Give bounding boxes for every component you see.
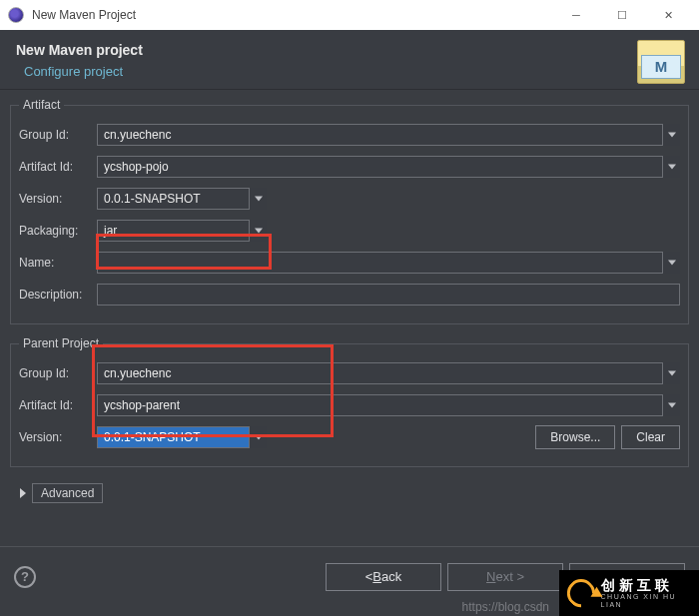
group-id-value: cn.yuechenc [104, 128, 171, 142]
parent-group-id-field[interactable]: cn.yuechenc [97, 362, 680, 384]
packaging-label: Packaging: [19, 224, 97, 238]
minimize-button[interactable]: ─ [553, 0, 599, 30]
parent-group-id-value: cn.yuechenc [104, 366, 171, 380]
group-id-field[interactable]: cn.yuechenc [97, 124, 680, 146]
name-field[interactable] [97, 252, 680, 274]
back-button[interactable]: < Back [326, 563, 441, 591]
parent-version-field[interactable]: 0.0.1-SNAPSHOT [97, 426, 267, 448]
parent-artifact-id-field[interactable]: ycshop-parent [97, 394, 680, 416]
parent-legend: Parent Project [19, 336, 103, 350]
close-button[interactable]: ✕ [645, 0, 691, 30]
window-title: New Maven Project [32, 8, 553, 22]
help-button[interactable]: ? [14, 566, 36, 588]
artifact-group: Artifact Group Id: cn.yuechenc Artifact … [10, 98, 689, 324]
packaging-value: jar [104, 224, 117, 238]
next-button: Next > [447, 563, 563, 591]
parent-version-label: Version: [19, 430, 97, 444]
description-field[interactable] [97, 284, 680, 306]
maximize-button[interactable]: ☐ [599, 0, 645, 30]
maven-icon-letter: M [641, 55, 681, 79]
maven-icon: M [637, 40, 685, 84]
name-label: Name: [19, 256, 97, 270]
advanced-section[interactable]: Advanced [32, 483, 103, 503]
brand-cn: 创新互联 [601, 578, 699, 593]
version-field[interactable]: 0.0.1-SNAPSHOT [97, 188, 267, 210]
browse-button[interactable]: Browse... [535, 425, 615, 449]
parent-project-group: Parent Project Group Id: cn.yuechenc Art… [10, 336, 689, 467]
wizard-title: New Maven project [16, 42, 683, 58]
artifact-id-label: Artifact Id: [19, 160, 97, 174]
packaging-field[interactable]: jar [97, 220, 267, 242]
artifact-id-value: ycshop-pojo [104, 160, 169, 174]
version-value: 0.0.1-SNAPSHOT [104, 192, 201, 206]
eclipse-icon [8, 7, 24, 23]
version-label: Version: [19, 192, 97, 206]
brand-logo-icon [561, 573, 600, 612]
wizard-subtitle: Configure project [24, 64, 683, 79]
parent-artifact-id-label: Artifact Id: [19, 398, 97, 412]
artifact-id-field[interactable]: ycshop-pojo [97, 156, 680, 178]
advanced-label: Advanced [41, 486, 94, 500]
description-label: Description: [19, 288, 97, 302]
blog-url-watermark: https://blog.csdn [462, 600, 549, 614]
parent-group-id-label: Group Id: [19, 366, 97, 380]
expand-icon[interactable] [20, 488, 26, 498]
wizard-header: New Maven project Configure project M [0, 30, 699, 90]
parent-artifact-id-value: ycshop-parent [104, 398, 180, 412]
brand-en: CHUANG XIN HU LIAN [601, 593, 699, 608]
artifact-legend: Artifact [19, 98, 64, 112]
brand-watermark: 创新互联 CHUANG XIN HU LIAN [559, 570, 699, 616]
parent-version-value: 0.0.1-SNAPSHOT [104, 430, 201, 444]
clear-button[interactable]: Clear [621, 425, 680, 449]
group-id-label: Group Id: [19, 128, 97, 142]
titlebar: New Maven Project ─ ☐ ✕ [0, 0, 699, 30]
